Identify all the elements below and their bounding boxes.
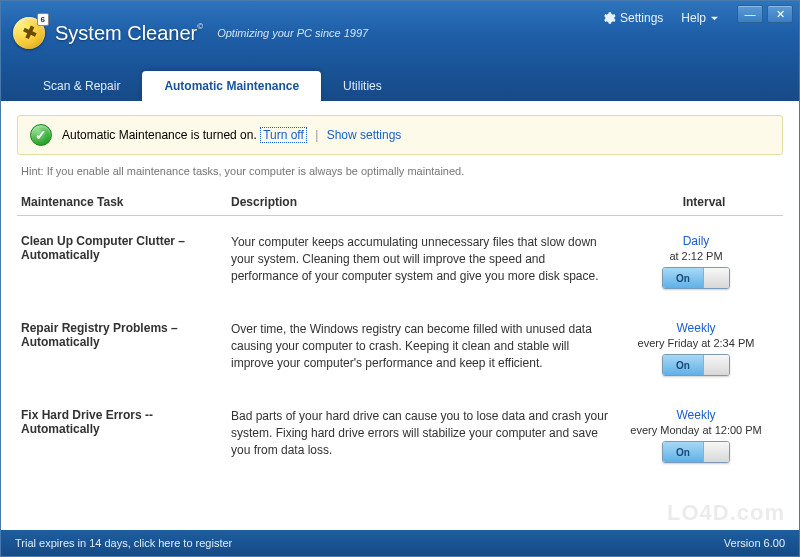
help-link[interactable]: Help	[681, 11, 719, 25]
toggle-knob	[703, 442, 729, 462]
task-name: Fix Hard Drive Errors -- Automatically	[21, 408, 231, 463]
interval-block: Weekly every Friday at 2:34 PM On	[621, 321, 771, 376]
chevron-down-icon	[710, 14, 719, 23]
interval-time: every Monday at 12:00 PM	[630, 424, 761, 436]
interval-frequency-link[interactable]: Weekly	[676, 408, 715, 422]
header-links: Settings Help	[602, 11, 719, 25]
app-title: System Cleaner©	[55, 22, 203, 45]
status-notice: Automatic Maintenance is turned on. Turn…	[17, 115, 783, 155]
notice-text: Automatic Maintenance is turned on. Turn…	[62, 128, 401, 142]
table-row: Repair Registry Problems – Automatically…	[17, 303, 775, 390]
tab-automatic-maintenance[interactable]: Automatic Maintenance	[142, 71, 321, 101]
gear-icon	[602, 11, 616, 25]
app-logo-icon: ✖ 6	[13, 17, 45, 49]
task-name: Clean Up Computer Clutter – Automaticall…	[21, 234, 231, 289]
settings-link[interactable]: Settings	[602, 11, 663, 25]
task-desc: Your computer keeps accumulating unneces…	[231, 234, 621, 289]
table-row: Fix Hard Drive Errors -- Automatically B…	[17, 390, 775, 477]
task-desc: Bad parts of your hard drive can cause y…	[231, 408, 621, 463]
app-tagline: Optimizing your PC since 1997	[217, 27, 368, 39]
tab-scan-repair[interactable]: Scan & Repair	[21, 71, 142, 101]
check-icon	[30, 124, 52, 146]
app-window: ✖ 6 System Cleaner© Optimizing your PC s…	[0, 0, 800, 557]
footer-bar: Trial expires in 14 days, click here to …	[1, 530, 799, 556]
table-body[interactable]: Clean Up Computer Clutter – Automaticall…	[17, 216, 783, 530]
toggle-knob	[703, 268, 729, 288]
col-header-interval: Interval	[629, 195, 779, 209]
task-name: Repair Registry Problems – Automatically	[21, 321, 231, 376]
register-link[interactable]: Trial expires in 14 days, click here to …	[15, 537, 232, 549]
task-desc: Over time, the Windows registry can beco…	[231, 321, 621, 376]
interval-time: at 2:12 PM	[669, 250, 722, 262]
interval-frequency-link[interactable]: Weekly	[676, 321, 715, 335]
col-header-task: Maintenance Task	[21, 195, 231, 209]
turn-off-link[interactable]: Turn off	[260, 127, 307, 143]
task-table: Maintenance Task Description Interval Cl…	[17, 189, 783, 530]
task-toggle[interactable]: On	[662, 354, 730, 376]
show-settings-link[interactable]: Show settings	[327, 128, 402, 142]
tab-bar: Scan & Repair Automatic Maintenance Util…	[1, 65, 799, 101]
interval-block: Weekly every Monday at 12:00 PM On	[621, 408, 771, 463]
interval-frequency-link[interactable]: Daily	[683, 234, 710, 248]
task-toggle[interactable]: On	[662, 267, 730, 289]
table-row: Clean Up Computer Clutter – Automaticall…	[17, 216, 775, 303]
toggle-knob	[703, 355, 729, 375]
window-controls: — ✕	[737, 5, 793, 23]
close-button[interactable]: ✕	[767, 5, 793, 23]
logo-version-badge: 6	[37, 13, 49, 26]
table-header: Maintenance Task Description Interval	[17, 189, 783, 216]
minimize-button[interactable]: —	[737, 5, 763, 23]
col-header-desc: Description	[231, 195, 629, 209]
titlebar: ✖ 6 System Cleaner© Optimizing your PC s…	[1, 1, 799, 65]
interval-time: every Friday at 2:34 PM	[638, 337, 755, 349]
content-area: Automatic Maintenance is turned on. Turn…	[1, 101, 799, 530]
task-toggle[interactable]: On	[662, 441, 730, 463]
version-label: Version 6.00	[724, 537, 785, 549]
tab-utilities[interactable]: Utilities	[321, 71, 404, 101]
interval-block: Daily at 2:12 PM On	[621, 234, 771, 289]
hint-text: Hint: If you enable all maintenance task…	[21, 165, 779, 177]
